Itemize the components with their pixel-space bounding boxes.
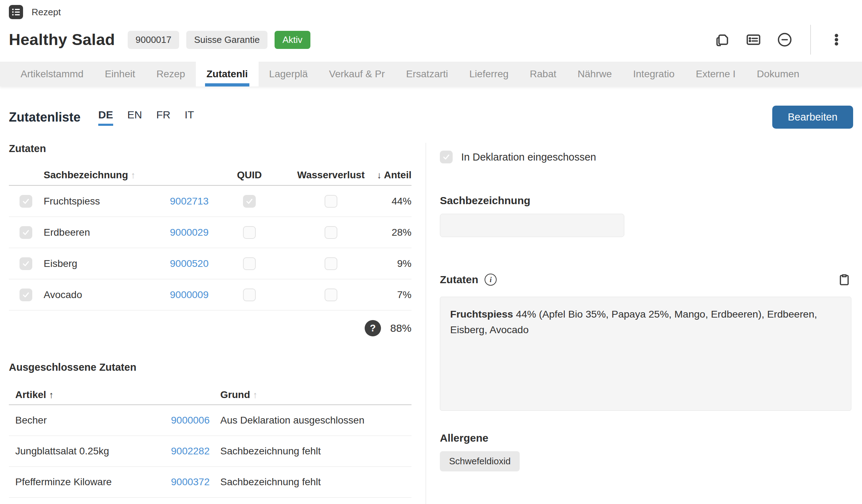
row-select-checkbox[interactable] — [20, 289, 32, 301]
breadcrumb-label: Rezept — [32, 7, 61, 18]
row-select-checkbox[interactable] — [20, 195, 32, 208]
kebab-menu-icon[interactable] — [829, 32, 844, 47]
card-list-icon[interactable] — [746, 32, 761, 47]
ingredient-id-link[interactable]: 9000009 — [170, 289, 209, 300]
quid-checkbox[interactable] — [243, 226, 256, 239]
column-anteil[interactable]: ↓ Anteil — [372, 169, 411, 181]
include-declaration-row: In Deklaration eingeschossen — [440, 151, 851, 163]
water-loss-checkbox[interactable] — [325, 195, 337, 208]
ingredient-id-link[interactable]: 9002713 — [170, 196, 209, 207]
tab-label: Lieferreg — [469, 68, 509, 80]
actions-divider — [810, 25, 811, 55]
column-grund[interactable]: Grund ↑ — [210, 389, 411, 401]
section-toolbar: Zutatenliste DE EN FR IT Bearbeiten — [0, 86, 862, 129]
water-loss-checkbox[interactable] — [325, 289, 337, 301]
recipe-page: Rezept Healthy Salad 9000017 Suisse Gara… — [0, 0, 862, 504]
excluded-row: Becher 9000006 Aus Deklaration ausgeschl… — [9, 405, 411, 436]
clipboard-icon[interactable] — [837, 272, 851, 287]
excluded-id-link[interactable]: 9000006 — [171, 415, 210, 426]
excluded-article: Pfefferminze Kiloware — [15, 476, 146, 488]
status-badge: 9000017 — [128, 31, 179, 49]
page-header: Rezept Healthy Salad 9000017 Suisse Gara… — [0, 0, 862, 55]
status-badge: Aktiv — [275, 31, 310, 49]
quid-checkbox[interactable] — [243, 289, 256, 301]
excluded-reason: Sachbezeichnung fehlt — [210, 476, 411, 488]
ingredient-name: Erdbeeren — [37, 227, 143, 238]
content: Zutaten Sachbezeichnung ↑ QUID Wasserver… — [0, 143, 862, 504]
column-wasserverlust[interactable]: Wasserverlust — [290, 169, 372, 181]
ingredients-heading: Zutaten — [9, 143, 411, 155]
minus-circle-icon[interactable] — [777, 32, 792, 47]
language-tab[interactable]: DE — [98, 109, 113, 126]
row-select-checkbox[interactable] — [20, 226, 32, 239]
quid-checkbox[interactable] — [243, 257, 256, 270]
tab[interactable]: Nährwe — [567, 62, 622, 86]
edit-button[interactable]: Bearbeiten — [772, 106, 853, 129]
tab[interactable]: Zutatenli — [196, 62, 259, 86]
sort-asc-icon: ↑ — [131, 170, 136, 180]
tab-label: Verkauf & Pr — [329, 68, 385, 80]
excluded-heading: Ausgeschlossene Zutaten — [9, 362, 411, 373]
tab-label: Nährwe — [578, 68, 612, 80]
tab[interactable]: Dokumen — [746, 62, 810, 86]
ingredient-name: Eisberg — [37, 258, 143, 269]
ingredient-row: Erdbeeren 9000029 28% — [9, 217, 411, 248]
include-declaration-checkbox[interactable] — [440, 151, 453, 163]
column-quid[interactable]: QUID — [209, 169, 290, 181]
allergen-chip: Schwefeldioxid — [440, 451, 520, 471]
tab[interactable]: Integratio — [623, 62, 685, 86]
info-icon[interactable]: i — [485, 274, 497, 286]
tab[interactable]: Einheit — [94, 62, 146, 86]
tab[interactable]: Verkauf & Pr — [319, 62, 396, 86]
excluded-reason: Sachbezeichnung fehlt — [210, 446, 411, 457]
tab[interactable]: Lieferreg — [459, 62, 519, 86]
language-tab[interactable]: FR — [156, 109, 170, 126]
zutaten-declaration-text[interactable]: Fruchtspiess 44% (Apfel Bio 35%, Papaya … — [440, 297, 851, 411]
zutaten-text-label: Zutaten — [440, 274, 478, 286]
ingredient-id-link[interactable]: 9000520 — [170, 258, 209, 269]
sort-asc-icon: ↑ — [253, 390, 258, 400]
total-row: ? 88% — [9, 310, 411, 346]
language-tab[interactable]: EN — [127, 109, 142, 126]
water-loss-checkbox[interactable] — [325, 257, 337, 270]
copy-icon[interactable] — [714, 32, 730, 47]
ingredient-row: Fruchtspiess 9002713 44% — [9, 186, 411, 217]
ingredient-share: 44% — [372, 196, 411, 207]
ingredient-row: Eisberg 9000520 9% — [9, 248, 411, 279]
include-declaration-label: In Deklaration eingeschossen — [461, 151, 596, 163]
column-sachbezeichnung[interactable]: Sachbezeichnung ↑ — [37, 169, 143, 181]
excluded-row: Jungblattsalat 0.25kg 9002282 Sachbezeic… — [9, 436, 411, 467]
tab[interactable]: Ersatzarti — [396, 62, 459, 86]
excluded-article: Jungblattsalat 0.25kg — [15, 446, 146, 457]
name-field-input[interactable] — [440, 214, 624, 237]
ingredient-row: Avocado 9000009 7% — [9, 279, 411, 310]
tab-label: Einheit — [105, 68, 135, 80]
water-loss-checkbox[interactable] — [325, 226, 337, 239]
recipe-list-icon — [9, 5, 23, 19]
tab-label: Integratio — [633, 68, 675, 80]
excluded-id-link[interactable]: 9002282 — [171, 446, 210, 457]
status-badge: Suisse Garantie — [186, 31, 267, 49]
header-actions — [714, 25, 844, 55]
help-icon[interactable]: ? — [365, 320, 381, 336]
excluded-article: Becher — [15, 415, 146, 426]
ingredient-id-link[interactable]: 9000029 — [170, 227, 209, 238]
total-share: 88% — [390, 322, 411, 334]
tab[interactable]: Rezep — [146, 62, 196, 86]
column-artikel[interactable]: Artikel ↑ — [15, 389, 146, 401]
name-field-label: Sachbezeichnung — [440, 195, 851, 207]
excluded-id-link[interactable]: 9000372 — [171, 476, 210, 487]
tab-label: Artikelstammd — [21, 68, 83, 80]
ingredients-table-header: Sachbezeichnung ↑ QUID Wasserverlust ↓ A… — [9, 165, 411, 186]
tab-label: Lagerplä — [269, 68, 308, 80]
language-tab[interactable]: IT — [184, 109, 194, 126]
tab[interactable]: Lagerplä — [259, 62, 319, 86]
declaration-panel: In Deklaration eingeschossen Sachbezeich… — [426, 143, 862, 504]
tab[interactable]: Externe I — [685, 62, 746, 86]
quid-checkbox[interactable] — [243, 195, 256, 208]
tab[interactable]: Rabat — [519, 62, 567, 86]
excluded-reason: Aus Deklaration ausgeschlossen — [210, 415, 411, 426]
row-select-checkbox[interactable] — [20, 257, 32, 270]
breadcrumb[interactable]: Rezept — [9, 5, 862, 19]
tab[interactable]: Artikelstammd — [10, 62, 94, 86]
